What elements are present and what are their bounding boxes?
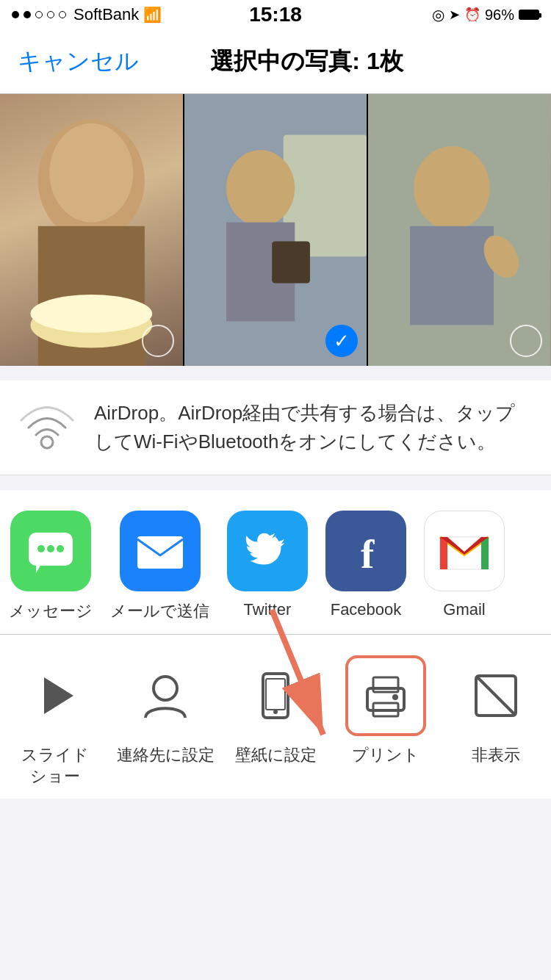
mail-label: メールで送信 (110, 600, 209, 622)
svg-point-4 (30, 295, 152, 333)
print-icon (345, 655, 426, 736)
svg-point-11 (414, 146, 491, 230)
svg-point-18 (47, 545, 54, 552)
svg-point-19 (57, 545, 64, 552)
svg-marker-31 (44, 677, 73, 714)
separator-1 (0, 366, 551, 381)
svg-point-14 (41, 436, 53, 448)
svg-line-41 (476, 676, 516, 716)
svg-rect-12 (410, 226, 494, 325)
gmail-label: Gmail (443, 600, 485, 619)
app-twitter[interactable]: Twitter (218, 511, 317, 622)
airdrop-icon (18, 398, 76, 457)
apps-row: メッセージ メールで送信 Twitter (0, 490, 551, 634)
signal-dot3 (35, 11, 43, 18)
alarm-icon: ⏰ (464, 7, 480, 23)
facebook-icon: f (325, 511, 406, 591)
messages-label: メッセージ (9, 600, 93, 622)
print-label: プリント (352, 745, 419, 766)
mail-icon (120, 511, 201, 591)
status-bar: SoftBank 📶 15:18 ◎ ➤ ⏰ 96% (0, 0, 551, 29)
app-gmail[interactable]: Gmail (415, 511, 514, 622)
svg-text:f: f (361, 532, 375, 577)
nav-bar: キャンセル 選択中の写真: 1枚 (0, 29, 551, 94)
gmail-icon (424, 511, 505, 591)
wallpaper-label: 壁紙に設定 (235, 745, 317, 766)
svg-rect-6 (283, 134, 367, 256)
svg-rect-20 (137, 536, 183, 569)
app-messages[interactable]: メッセージ (0, 511, 101, 622)
actions-section: スライドショー 連絡先に設定 壁紙に設定 (0, 635, 551, 799)
contact-icon (125, 655, 206, 736)
contact-label: 連絡先に設定 (117, 745, 215, 766)
slideshow-icon (15, 655, 96, 736)
signal-dot4 (47, 11, 54, 18)
battery-icon (519, 10, 539, 20)
actions-row: スライドショー 連絡先に設定 壁紙に設定 (0, 635, 551, 799)
wallpaper-icon (235, 655, 316, 736)
svg-point-35 (273, 710, 278, 714)
action-hide[interactable]: 非表示 (441, 655, 551, 787)
status-right: ◎ ➤ ⏰ 96% (432, 6, 539, 24)
wifi-icon: 📶 (143, 6, 162, 24)
signal-dot5 (59, 11, 66, 18)
cancel-button[interactable]: キャンセル (18, 46, 139, 78)
signal-dot1 (12, 11, 19, 18)
photo-thumb-2[interactable]: ✓ (184, 94, 367, 366)
hide-icon (455, 655, 536, 736)
apps-section: メッセージ メールで送信 Twitter (0, 490, 551, 634)
twitter-icon (227, 511, 308, 591)
photo-3-selection[interactable] (510, 325, 542, 357)
svg-point-17 (37, 545, 45, 552)
svg-point-39 (392, 694, 398, 700)
location-icon: ◎ (432, 6, 444, 24)
app-mail[interactable]: メールで送信 (101, 511, 218, 622)
messages-icon (10, 511, 91, 591)
svg-point-2 (49, 123, 133, 223)
photo-1-selection[interactable] (142, 325, 174, 357)
app-facebook[interactable]: f Facebook (317, 511, 415, 622)
svg-rect-34 (266, 679, 285, 710)
action-slideshow[interactable]: スライドショー (0, 655, 110, 787)
nav-title: 選択中の写真: 1枚 (210, 46, 403, 78)
carrier-label: SoftBank (73, 5, 139, 24)
airdrop-section: AirDrop。AirDrop経由で共有する場合は、タップしてWi-FiやBlu… (0, 381, 551, 475)
svg-point-7 (226, 150, 295, 226)
slideshow-label: スライドショー (21, 745, 89, 787)
twitter-label: Twitter (244, 600, 292, 619)
airdrop-description: AirDrop。AirDrop経由で共有する場合は、タップしてWi-FiやBlu… (94, 399, 533, 456)
action-contact[interactable]: 連絡先に設定 (110, 655, 220, 787)
action-print[interactable]: プリント (331, 655, 441, 787)
photo-thumb-1[interactable] (0, 94, 183, 366)
signal-dot2 (24, 11, 31, 18)
hide-label: 非表示 (472, 745, 520, 766)
facebook-label: Facebook (331, 600, 402, 619)
photos-row: ✓ (0, 94, 551, 366)
action-wallpaper[interactable]: 壁紙に設定 (220, 655, 331, 787)
svg-rect-9 (272, 242, 310, 284)
status-left: SoftBank 📶 (12, 5, 162, 24)
arrow-icon: ➤ (449, 7, 460, 23)
separator-2 (0, 475, 551, 490)
status-time: 15:18 (249, 3, 302, 26)
battery-label: 96% (485, 7, 514, 24)
svg-point-32 (154, 677, 177, 700)
photo-thumb-3[interactable] (368, 94, 551, 366)
